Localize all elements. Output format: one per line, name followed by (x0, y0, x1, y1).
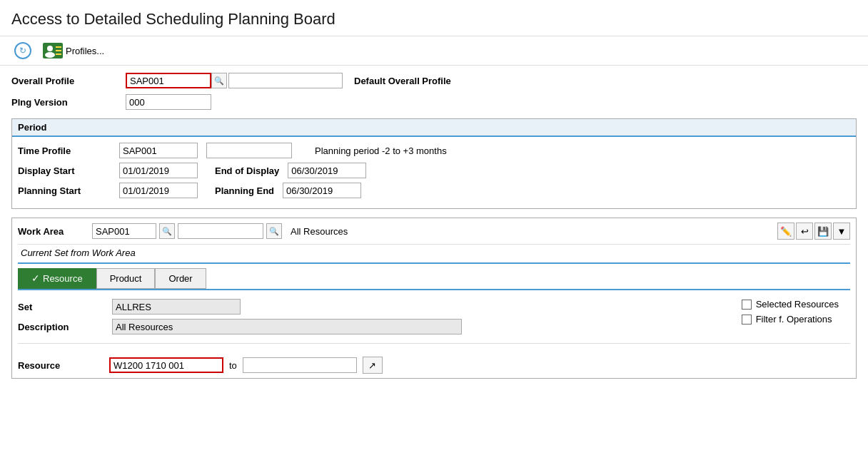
plng-version-label: Plng Version (11, 97, 126, 108)
work-area-actions: ✏️ ↩ 💾 ▼ (777, 223, 850, 240)
work-area-label: Work Area (18, 226, 89, 237)
product-tab-label: Product (110, 273, 142, 284)
svg-point-2 (45, 52, 55, 58)
overall-profile-search-btn[interactable]: 🔍 (211, 73, 227, 88)
overall-profile-label: Overall Profile (11, 76, 126, 86)
work-area-input[interactable] (92, 223, 156, 239)
planning-period-note: Planning period -2 to +3 months (315, 145, 447, 156)
filter-operations-label: Filter f. Operations (756, 314, 832, 325)
resource-tab-content: Set Description Selected Reso (18, 299, 850, 374)
undo-button[interactable]: ↩ (796, 223, 813, 240)
resource-to-input[interactable] (243, 357, 357, 373)
overall-profile-input[interactable] (126, 73, 211, 88)
export-button[interactable]: ↗ (363, 357, 383, 374)
display-start-row: Display Start End of Display (18, 163, 850, 178)
set-input[interactable] (112, 299, 241, 315)
expand-icon: ▼ (837, 226, 847, 237)
undo-icon: ↩ (801, 226, 809, 237)
checkbox-row: Selected Resources Filter f. Operations (742, 299, 839, 325)
planning-end-label: Planning End (215, 185, 274, 196)
time-profile-row: Time Profile Planning period -2 to +3 mo… (18, 143, 850, 158)
save-button[interactable]: 💾 (814, 223, 832, 240)
filter-operations-item: Filter f. Operations (742, 314, 839, 325)
selected-resources-checkbox[interactable] (742, 300, 752, 310)
order-tab-label: Order (168, 273, 192, 284)
end-of-display-input[interactable] (288, 163, 366, 178)
profiles-label: Profiles... (66, 46, 104, 56)
refresh-button[interactable]: ↻ (11, 41, 34, 61)
profiles-icon (43, 43, 63, 58)
overall-profile-row: Overall Profile 🔍 Default Overall Profil… (11, 73, 857, 88)
tab-product[interactable]: Product (96, 268, 156, 289)
resource-from-to-row: Resource to ↗ (18, 357, 850, 374)
description-label: Description (18, 322, 104, 332)
display-start-label: Display Start (18, 165, 111, 176)
page-title: Access to Detailed Scheduling Planning B… (0, 0, 868, 36)
tab-resource[interactable]: ✓ Resource (18, 268, 96, 289)
resource-check-icon: ✓ (31, 272, 40, 284)
edit-button[interactable]: ✏️ (777, 223, 794, 240)
planning-start-input[interactable] (119, 183, 198, 198)
tab-order[interactable]: Order (155, 268, 206, 289)
tabs-row: ✓ Resource Product Order (18, 268, 850, 290)
all-resources-label: All Resources (291, 226, 348, 237)
description-row: Description (18, 319, 742, 334)
edit-icon: ✏️ (780, 226, 792, 237)
current-set-label: Current Set from Work Area (18, 247, 850, 258)
end-of-display-label: End of Display (215, 165, 279, 176)
resource-field-label: Resource (18, 360, 104, 371)
sets-left: Set Description (18, 299, 742, 339)
set-label: Set (18, 302, 104, 312)
refresh-icon: ↻ (14, 42, 31, 59)
default-overall-profile-label: Default Overall Profile (354, 76, 451, 86)
selected-resources-label: Selected Resources (756, 299, 839, 310)
description-input[interactable] (112, 319, 462, 334)
toolbar: ↻ Profiles... (0, 36, 868, 66)
plng-version-input[interactable] (126, 94, 211, 110)
time-profile-input[interactable] (119, 143, 198, 158)
save-icon: 💾 (817, 226, 829, 237)
work-area-search-btn-1[interactable]: 🔍 (159, 223, 175, 239)
search-icon: 🔍 (214, 76, 224, 86)
filter-operations-checkbox[interactable] (742, 315, 752, 325)
overall-profile-second-input[interactable] (228, 73, 343, 88)
work-area-row: Work Area 🔍 🔍 All Resources ✏️ ↩ (18, 223, 850, 245)
plng-version-row: Plng Version (11, 94, 857, 110)
planning-start-label: Planning Start (18, 185, 111, 196)
search-icon-2: 🔍 (162, 227, 172, 236)
selected-resources-item: Selected Resources (742, 299, 839, 310)
work-area-second-input[interactable] (178, 223, 263, 239)
set-row: Set (18, 299, 742, 315)
planning-end-input[interactable] (283, 183, 361, 198)
work-area-section: Work Area 🔍 🔍 All Resources ✏️ ↩ (11, 218, 857, 379)
tab-separator (18, 262, 850, 264)
period-header: Period (12, 119, 856, 137)
time-profile-label: Time Profile (18, 145, 111, 156)
work-area-search-btn-2[interactable]: 🔍 (266, 223, 282, 239)
sets-row-wrapper: Set Description Selected Reso (18, 299, 850, 339)
to-label: to (229, 360, 237, 371)
planning-start-row: Planning Start Planning End (18, 183, 850, 198)
profiles-button[interactable]: Profiles... (40, 41, 107, 60)
display-start-input[interactable] (119, 163, 198, 178)
svg-point-1 (47, 46, 53, 51)
resource-tab-label: Resource (43, 273, 83, 284)
resource-from-input[interactable] (109, 357, 223, 373)
search-icon-3: 🔍 (269, 227, 279, 236)
expand-button[interactable]: ▼ (833, 223, 850, 240)
time-profile-second-input[interactable] (206, 143, 292, 158)
export-icon: ↗ (368, 360, 376, 371)
period-section: Period Time Profile Planning period -2 t… (11, 118, 857, 209)
